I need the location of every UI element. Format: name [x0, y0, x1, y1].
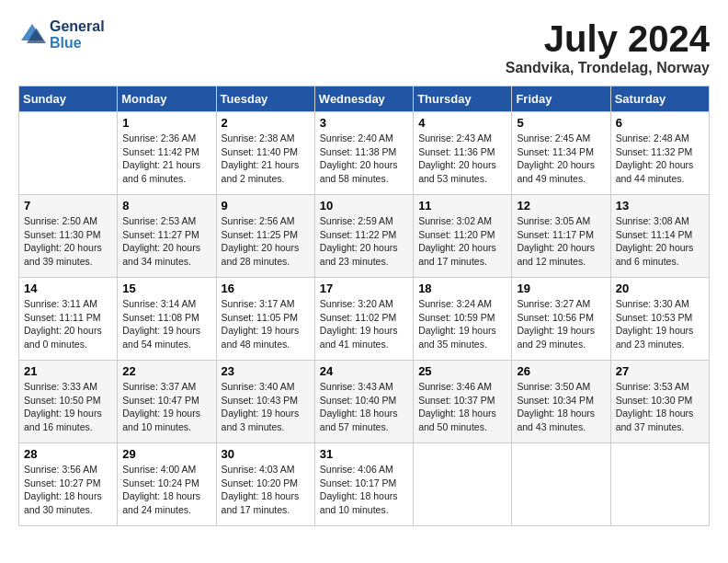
header-day-friday: Friday [512, 86, 610, 112]
day-info: Sunrise: 2:48 AMSunset: 11:32 PMDaylight… [616, 132, 704, 186]
calendar-cell: 29Sunrise: 4:00 AMSunset: 10:24 PMDaylig… [118, 443, 216, 526]
day-info: Sunrise: 2:59 AMSunset: 11:22 PMDaylight… [320, 214, 408, 269]
calendar-cell: 15Sunrise: 3:14 AMSunset: 11:08 PMDaylig… [118, 278, 216, 361]
calendar-cell: 6Sunrise: 2:48 AMSunset: 11:32 PMDayligh… [610, 112, 709, 195]
day-number: 7 [24, 199, 112, 213]
calendar-cell: 11Sunrise: 3:02 AMSunset: 11:20 PMDaylig… [414, 195, 512, 278]
day-number: 1 [122, 116, 210, 130]
calendar-cell: 22Sunrise: 3:37 AMSunset: 10:47 PMDaylig… [118, 361, 216, 443]
calendar-cell [414, 443, 512, 526]
day-number: 25 [418, 364, 506, 378]
calendar-cell: 10Sunrise: 2:59 AMSunset: 11:22 PMDaylig… [314, 195, 413, 278]
calendar-cell: 13Sunrise: 3:08 AMSunset: 11:14 PMDaylig… [610, 195, 709, 278]
week-row-4: 21Sunrise: 3:33 AMSunset: 10:50 PMDaylig… [19, 361, 710, 443]
week-row-1: 1Sunrise: 2:36 AMSunset: 11:42 PMDayligh… [19, 112, 710, 195]
logo-icon [18, 21, 46, 49]
day-number: 3 [320, 116, 408, 130]
day-number: 6 [616, 116, 704, 130]
header: General Blue July 2024 Sandvika, Trondel… [18, 18, 710, 76]
calendar-cell: 7Sunrise: 2:50 AMSunset: 11:30 PMDayligh… [19, 195, 118, 278]
day-info: Sunrise: 3:02 AMSunset: 11:20 PMDaylight… [418, 214, 506, 269]
calendar-cell: 21Sunrise: 3:33 AMSunset: 10:50 PMDaylig… [19, 361, 118, 443]
day-info: Sunrise: 4:03 AMSunset: 10:20 PMDaylight… [222, 463, 310, 517]
header-day-monday: Monday [118, 86, 216, 112]
calendar-cell: 4Sunrise: 2:43 AMSunset: 11:36 PMDayligh… [414, 112, 512, 195]
header-day-thursday: Thursday [414, 86, 512, 112]
month-title: July 2024 [506, 18, 710, 60]
day-number: 11 [418, 199, 506, 213]
header-day-wednesday: Wednesday [314, 86, 413, 112]
day-number: 5 [517, 116, 605, 130]
day-number: 24 [320, 364, 408, 378]
day-number: 20 [616, 282, 704, 295]
calendar-cell: 26Sunrise: 3:50 AMSunset: 10:34 PMDaylig… [512, 361, 610, 443]
day-info: Sunrise: 3:20 AMSunset: 11:02 PMDaylight… [320, 297, 408, 351]
day-info: Sunrise: 3:11 AMSunset: 11:11 PMDaylight… [24, 297, 112, 351]
day-number: 2 [222, 116, 310, 130]
calendar-cell: 18Sunrise: 3:24 AMSunset: 10:59 PMDaylig… [414, 278, 512, 361]
calendar-cell: 1Sunrise: 2:36 AMSunset: 11:42 PMDayligh… [118, 112, 216, 195]
calendar-cell: 28Sunrise: 3:56 AMSunset: 10:27 PMDaylig… [19, 443, 118, 526]
header-day-saturday: Saturday [610, 86, 709, 112]
calendar-cell: 27Sunrise: 3:53 AMSunset: 10:30 PMDaylig… [610, 361, 709, 443]
day-info: Sunrise: 2:50 AMSunset: 11:30 PMDaylight… [24, 214, 112, 269]
calendar-cell: 30Sunrise: 4:03 AMSunset: 10:20 PMDaylig… [216, 443, 314, 526]
calendar-cell: 5Sunrise: 2:45 AMSunset: 11:34 PMDayligh… [512, 112, 610, 195]
title-area: July 2024 Sandvika, Trondelag, Norway [506, 18, 710, 76]
day-info: Sunrise: 4:00 AMSunset: 10:24 PMDaylight… [122, 463, 210, 517]
header-day-sunday: Sunday [19, 86, 118, 112]
day-number: 27 [616, 364, 704, 378]
day-number: 30 [222, 447, 310, 461]
day-info: Sunrise: 3:50 AMSunset: 10:34 PMDaylight… [517, 380, 605, 434]
day-info: Sunrise: 3:40 AMSunset: 10:43 PMDaylight… [222, 380, 310, 434]
calendar-cell: 16Sunrise: 3:17 AMSunset: 11:05 PMDaylig… [216, 278, 314, 361]
week-row-3: 14Sunrise: 3:11 AMSunset: 11:11 PMDaylig… [19, 278, 710, 361]
week-row-2: 7Sunrise: 2:50 AMSunset: 11:30 PMDayligh… [19, 195, 710, 278]
day-number: 26 [517, 364, 605, 378]
day-info: Sunrise: 3:56 AMSunset: 10:27 PMDaylight… [24, 463, 112, 517]
calendar-cell: 25Sunrise: 3:46 AMSunset: 10:37 PMDaylig… [414, 361, 512, 443]
calendar-body: 1Sunrise: 2:36 AMSunset: 11:42 PMDayligh… [19, 112, 710, 526]
day-info: Sunrise: 3:43 AMSunset: 10:40 PMDaylight… [320, 380, 408, 434]
day-number: 31 [320, 447, 408, 461]
day-number: 10 [320, 199, 408, 213]
calendar-cell: 3Sunrise: 2:40 AMSunset: 11:38 PMDayligh… [314, 112, 413, 195]
day-info: Sunrise: 3:37 AMSunset: 10:47 PMDaylight… [122, 380, 210, 434]
day-number: 16 [222, 282, 310, 295]
day-number: 29 [122, 447, 210, 461]
day-number: 22 [122, 364, 210, 378]
day-number: 23 [222, 364, 310, 378]
calendar-cell: 9Sunrise: 2:56 AMSunset: 11:25 PMDayligh… [216, 195, 314, 278]
week-row-5: 28Sunrise: 3:56 AMSunset: 10:27 PMDaylig… [19, 443, 710, 526]
day-number: 9 [222, 199, 310, 213]
day-number: 21 [24, 364, 112, 378]
day-info: Sunrise: 2:56 AMSunset: 11:25 PMDaylight… [222, 214, 310, 269]
calendar-cell: 24Sunrise: 3:43 AMSunset: 10:40 PMDaylig… [314, 361, 413, 443]
day-info: Sunrise: 3:27 AMSunset: 10:56 PMDaylight… [517, 297, 605, 351]
calendar-cell: 31Sunrise: 4:06 AMSunset: 10:17 PMDaylig… [314, 443, 413, 526]
day-info: Sunrise: 4:06 AMSunset: 10:17 PMDaylight… [320, 463, 408, 517]
calendar-cell: 12Sunrise: 3:05 AMSunset: 11:17 PMDaylig… [512, 195, 610, 278]
day-number: 17 [320, 282, 408, 295]
calendar-cell: 17Sunrise: 3:20 AMSunset: 11:02 PMDaylig… [314, 278, 413, 361]
day-info: Sunrise: 2:43 AMSunset: 11:36 PMDaylight… [418, 132, 506, 186]
calendar-cell [512, 443, 610, 526]
day-info: Sunrise: 3:05 AMSunset: 11:17 PMDaylight… [517, 214, 605, 269]
day-info: Sunrise: 3:53 AMSunset: 10:30 PMDaylight… [616, 380, 704, 434]
day-info: Sunrise: 2:53 AMSunset: 11:27 PMDaylight… [122, 214, 210, 269]
logo-text: General Blue [50, 18, 105, 51]
calendar-cell: 23Sunrise: 3:40 AMSunset: 10:43 PMDaylig… [216, 361, 314, 443]
day-info: Sunrise: 2:36 AMSunset: 11:42 PMDaylight… [122, 132, 210, 186]
calendar-cell: 8Sunrise: 2:53 AMSunset: 11:27 PMDayligh… [118, 195, 216, 278]
day-info: Sunrise: 3:24 AMSunset: 10:59 PMDaylight… [418, 297, 506, 351]
day-number: 14 [24, 282, 112, 295]
day-number: 8 [122, 199, 210, 213]
day-number: 13 [616, 199, 704, 213]
logo: General Blue [18, 18, 105, 51]
calendar-cell: 20Sunrise: 3:30 AMSunset: 10:53 PMDaylig… [610, 278, 709, 361]
calendar-cell [610, 443, 709, 526]
calendar-cell: 19Sunrise: 3:27 AMSunset: 10:56 PMDaylig… [512, 278, 610, 361]
day-number: 4 [418, 116, 506, 130]
day-number: 15 [122, 282, 210, 295]
calendar-cell: 14Sunrise: 3:11 AMSunset: 11:11 PMDaylig… [19, 278, 118, 361]
